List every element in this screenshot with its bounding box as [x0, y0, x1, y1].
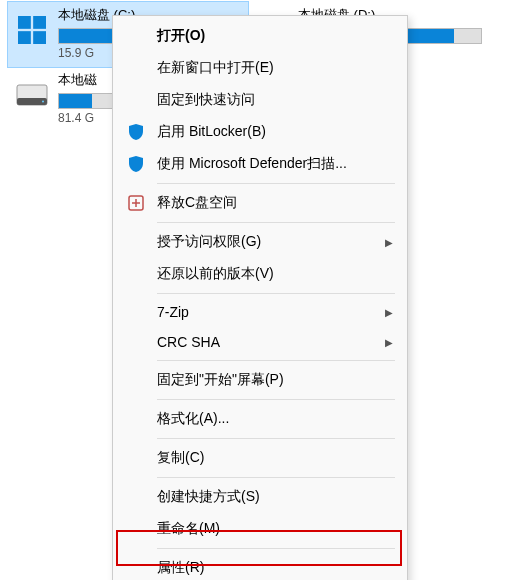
disk-icon: [14, 77, 50, 113]
menu-separator: [157, 548, 395, 549]
svg-rect-1: [33, 16, 46, 29]
menu-rename[interactable]: 重命名(M): [115, 513, 405, 545]
context-menu: 打开(O) 在新窗口中打开(E) 固定到快速访问 启用 BitLocker(B)…: [112, 15, 408, 580]
menu-crc-sha[interactable]: CRC SHA▶: [115, 327, 405, 357]
menu-previous-versions[interactable]: 还原以前的版本(V): [115, 258, 405, 290]
shield-icon: [127, 155, 145, 173]
menu-separator: [157, 183, 395, 184]
menu-free-c-space[interactable]: 释放C盘空间: [115, 187, 405, 219]
menu-open-new-window[interactable]: 在新窗口中打开(E): [115, 52, 405, 84]
cleanup-icon: [127, 194, 145, 212]
menu-pin-start[interactable]: 固定到"开始"屏幕(P): [115, 364, 405, 396]
svg-rect-3: [33, 31, 46, 44]
menu-bitlocker[interactable]: 启用 BitLocker(B): [115, 116, 405, 148]
menu-separator: [157, 399, 395, 400]
chevron-right-icon: ▶: [385, 337, 393, 348]
menu-pin-quick-access[interactable]: 固定到快速访问: [115, 84, 405, 116]
svg-point-9: [42, 101, 44, 103]
windows-logo-icon: [14, 12, 50, 48]
chevron-right-icon: ▶: [385, 237, 393, 248]
menu-separator: [157, 438, 395, 439]
menu-7zip[interactable]: 7-Zip▶: [115, 297, 405, 327]
menu-format[interactable]: 格式化(A)...: [115, 403, 405, 435]
menu-defender-scan[interactable]: 使用 Microsoft Defender扫描...: [115, 148, 405, 180]
menu-separator: [157, 293, 395, 294]
svg-rect-0: [18, 16, 31, 29]
menu-create-shortcut[interactable]: 创建快捷方式(S): [115, 481, 405, 513]
chevron-right-icon: ▶: [385, 307, 393, 318]
menu-separator: [157, 477, 395, 478]
menu-open[interactable]: 打开(O): [115, 20, 405, 52]
shield-icon: [127, 123, 145, 141]
menu-properties[interactable]: 属性(R): [115, 552, 405, 580]
svg-rect-2: [18, 31, 31, 44]
menu-copy[interactable]: 复制(C): [115, 442, 405, 474]
menu-grant-access[interactable]: 授予访问权限(G)▶: [115, 226, 405, 258]
menu-separator: [157, 360, 395, 361]
menu-separator: [157, 222, 395, 223]
